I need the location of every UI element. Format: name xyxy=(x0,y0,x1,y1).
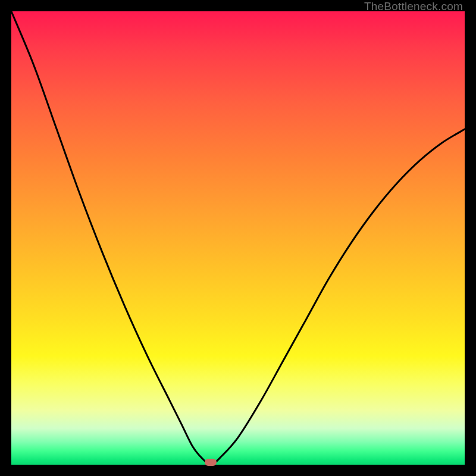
optimal-point-marker xyxy=(205,459,217,466)
bottleneck-curve xyxy=(11,11,465,465)
watermark-text: TheBottleneck.com xyxy=(364,0,463,13)
